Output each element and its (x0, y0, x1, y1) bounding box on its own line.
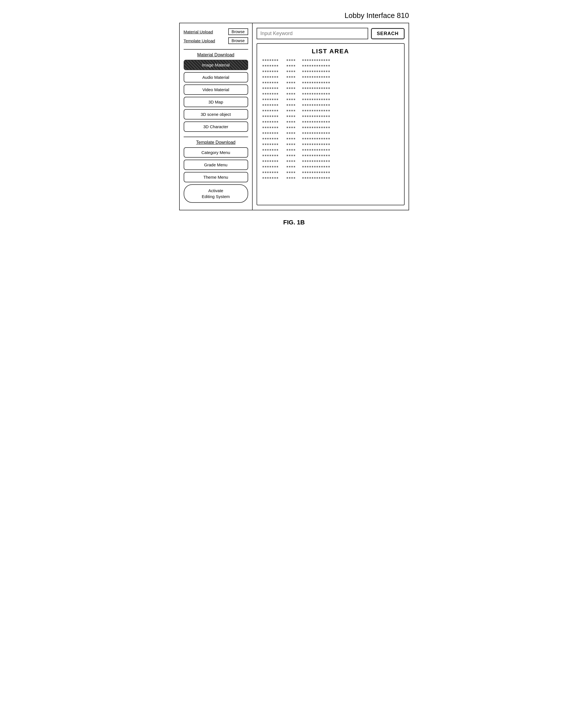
list-cell-col1: ******* (262, 170, 282, 175)
list-cell-col1: ******* (262, 165, 282, 169)
template-download-label: Template Download (184, 140, 248, 145)
list-row: *********************** (262, 126, 399, 130)
list-cell-col3: ************ (302, 170, 333, 175)
divider-2 (184, 137, 248, 137)
list-row: *********************** (262, 120, 399, 125)
list-row: *********************** (262, 131, 399, 136)
lobby-title: Lobby Interface 810 (344, 11, 409, 20)
material-upload-row: Material Upload Browse (184, 28, 248, 35)
search-input[interactable] (256, 28, 368, 39)
list-row: *********************** (262, 86, 399, 91)
list-cell-col2: **** (286, 103, 297, 108)
list-cell-col3: ************ (302, 86, 333, 91)
image-material-button[interactable]: Image Material (184, 60, 248, 70)
list-cell-col2: **** (286, 170, 297, 175)
list-cell-col2: **** (286, 176, 297, 181)
list-cell-col3: ************ (302, 137, 333, 141)
list-cell-col2: **** (286, 86, 297, 91)
list-row: *********************** (262, 176, 399, 181)
theme-menu-button[interactable]: Theme Menu (184, 172, 248, 182)
list-cell-col1: ******* (262, 126, 282, 130)
list-row: *********************** (262, 58, 399, 63)
list-cell-col1: ******* (262, 120, 282, 125)
sidebar: Material Upload Browse Template Upload B… (180, 23, 253, 210)
list-cell-col2: **** (286, 143, 297, 147)
list-row: *********************** (262, 154, 399, 158)
list-cell-col2: **** (286, 115, 297, 119)
list-cell-col3: ************ (302, 165, 333, 169)
material-upload-label: Material Upload (184, 29, 228, 34)
list-row: *********************** (262, 148, 399, 152)
list-row: *********************** (262, 170, 399, 175)
divider-1 (184, 49, 248, 50)
page-wrapper: Lobby Interface 810 Material Upload Brow… (179, 11, 409, 226)
list-cell-col1: ******* (262, 98, 282, 102)
list-cell-col2: **** (286, 137, 297, 141)
list-cell-col3: ************ (302, 98, 333, 102)
list-row: *********************** (262, 103, 399, 108)
list-area: LIST AREA ******************************… (256, 43, 405, 205)
list-cell-col1: ******* (262, 86, 282, 91)
list-cell-col1: ******* (262, 115, 282, 119)
list-cell-col1: ******* (262, 64, 282, 68)
list-row: *********************** (262, 143, 399, 147)
list-cell-col3: ************ (302, 81, 333, 85)
video-material-button[interactable]: Video Material (184, 84, 248, 95)
list-rows: ****************************************… (262, 58, 399, 181)
list-cell-col2: **** (286, 64, 297, 68)
list-cell-col3: ************ (302, 159, 333, 164)
category-menu-button[interactable]: Category Menu (184, 147, 248, 158)
list-cell-col2: **** (286, 165, 297, 169)
list-cell-col3: ************ (302, 92, 333, 97)
material-download-label: Material Download (184, 53, 248, 58)
content-area: SERACH LIST AREA ***********************… (253, 23, 408, 210)
template-upload-browse-button[interactable]: Browse (228, 37, 248, 44)
list-cell-col1: ******* (262, 58, 282, 63)
list-cell-col3: ************ (302, 64, 333, 68)
activate-editing-system-button[interactable]: Activate Editing System (184, 184, 248, 203)
list-cell-col2: **** (286, 81, 297, 85)
3d-map-button[interactable]: 3D Map (184, 97, 248, 107)
main-container: Material Upload Browse Template Upload B… (179, 23, 409, 210)
list-cell-col1: ******* (262, 137, 282, 141)
list-cell-col2: **** (286, 98, 297, 102)
list-cell-col3: ************ (302, 126, 333, 130)
list-cell-col1: ******* (262, 109, 282, 113)
search-button[interactable]: SERACH (371, 28, 405, 39)
material-upload-browse-button[interactable]: Browse (228, 28, 248, 35)
list-row: *********************** (262, 137, 399, 141)
list-cell-col3: ************ (302, 115, 333, 119)
grade-menu-button[interactable]: Grade Menu (184, 160, 248, 170)
list-cell-col1: ******* (262, 92, 282, 97)
list-cell-col2: **** (286, 159, 297, 164)
3d-scene-object-button[interactable]: 3D scene object (184, 109, 248, 120)
list-cell-col3: ************ (302, 143, 333, 147)
list-row: *********************** (262, 75, 399, 80)
list-row: *********************** (262, 115, 399, 119)
list-row: *********************** (262, 109, 399, 113)
list-cell-col1: ******* (262, 69, 282, 74)
list-cell-col1: ******* (262, 159, 282, 164)
list-cell-col2: **** (286, 92, 297, 97)
list-row: *********************** (262, 81, 399, 85)
list-cell-col3: ************ (302, 103, 333, 108)
list-row: *********************** (262, 165, 399, 169)
list-row: *********************** (262, 64, 399, 68)
list-row: *********************** (262, 69, 399, 74)
list-cell-col2: **** (286, 148, 297, 152)
list-cell-col2: **** (286, 69, 297, 74)
list-row: *********************** (262, 92, 399, 97)
list-cell-col3: ************ (302, 148, 333, 152)
list-cell-col1: ******* (262, 131, 282, 136)
3d-character-button[interactable]: 3D Character (184, 121, 248, 132)
list-cell-col3: ************ (302, 58, 333, 63)
list-cell-col1: ******* (262, 148, 282, 152)
list-cell-col3: ************ (302, 176, 333, 181)
list-cell-col2: **** (286, 58, 297, 63)
list-cell-col1: ******* (262, 154, 282, 158)
list-row: *********************** (262, 159, 399, 164)
audio-material-button[interactable]: Audio Material (184, 72, 248, 82)
list-row: *********************** (262, 98, 399, 102)
list-cell-col1: ******* (262, 143, 282, 147)
list-cell-col2: **** (286, 75, 297, 80)
